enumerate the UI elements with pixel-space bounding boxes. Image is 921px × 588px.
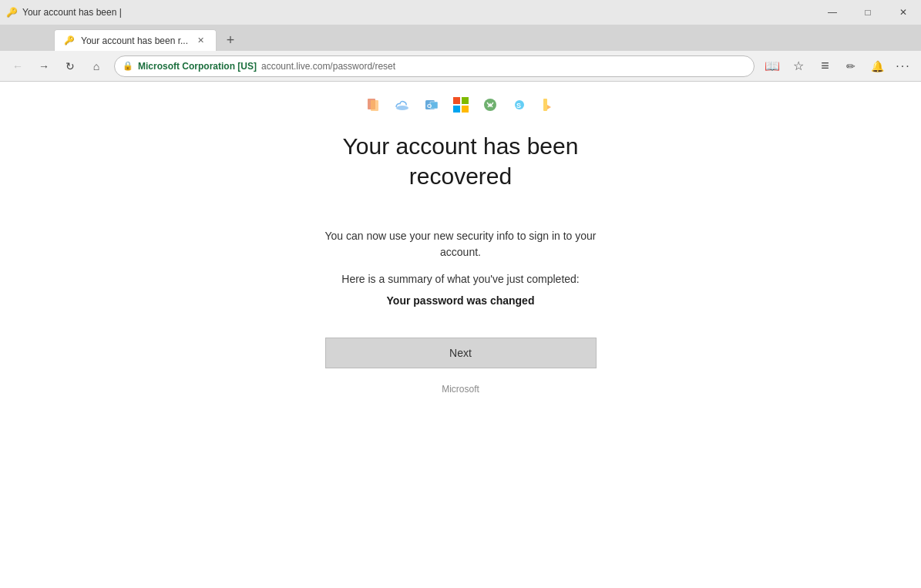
reading-view-button[interactable]: 📖 xyxy=(761,55,784,78)
maximize-button[interactable]: □ xyxy=(850,0,886,25)
minimize-button[interactable]: — xyxy=(815,0,850,25)
active-tab[interactable]: 🔑 Your account has been r... ✕ xyxy=(54,29,217,51)
lock-icon: 🔒 xyxy=(123,61,133,71)
new-tab-button[interactable]: + xyxy=(220,29,241,51)
url-text: account.live.com/password/reset xyxy=(261,61,395,72)
next-button[interactable]: Next xyxy=(325,338,597,368)
title-bar: 🔑 Your account has been | — □ ✕ xyxy=(0,0,921,25)
subtitle-text: You can now use your new security info t… xyxy=(322,228,600,260)
more-button[interactable]: ··· xyxy=(892,55,915,78)
summary-item-text: Your password was changed xyxy=(387,294,535,307)
skype-icon[interactable]: S xyxy=(509,94,530,116)
tab-close-button[interactable]: ✕ xyxy=(194,35,207,47)
page-heading: Your account has been recovered xyxy=(343,131,579,191)
outlook-icon[interactable]: O xyxy=(421,94,442,116)
share-button[interactable]: 🔔 xyxy=(866,55,889,78)
favorites-button[interactable]: ☆ xyxy=(787,55,810,78)
svg-rect-8 xyxy=(543,99,547,111)
hub-button[interactable]: ≡ xyxy=(813,55,836,78)
ms-nav-bar: O S xyxy=(362,82,560,131)
xbox-icon[interactable] xyxy=(479,94,501,116)
svg-text:O: O xyxy=(427,102,432,109)
footer-text: Microsoft xyxy=(442,384,479,395)
svg-rect-1 xyxy=(371,100,378,111)
office-icon[interactable] xyxy=(362,94,384,116)
bing-icon[interactable] xyxy=(538,94,560,116)
window-favicon: 🔑 xyxy=(6,7,18,18)
address-bar[interactable]: 🔒 Microsoft Corporation [US] account.liv… xyxy=(114,55,755,77)
back-button[interactable]: ← xyxy=(6,55,29,78)
tab-bar: 🔑 Your account has been r... ✕ + xyxy=(0,25,921,51)
close-button[interactable]: ✕ xyxy=(886,0,921,25)
onedrive-icon[interactable] xyxy=(392,94,413,116)
window-title: Your account has been | xyxy=(22,7,122,18)
org-name: Microsoft Corporation [US] xyxy=(138,61,257,72)
refresh-button[interactable]: ↻ xyxy=(59,55,82,78)
home-button[interactable]: ⌂ xyxy=(85,55,108,78)
svg-point-6 xyxy=(484,99,496,111)
tab-favicon: 🔑 xyxy=(64,35,75,45)
forward-button[interactable]: → xyxy=(32,55,55,78)
page-content: O S xyxy=(0,82,921,588)
toolbar: ← → ↻ ⌂ 🔒 Microsoft Corporation [US] acc… xyxy=(0,51,921,82)
tab-label: Your account has been r... xyxy=(81,35,188,46)
make-note-button[interactable]: ✏ xyxy=(839,55,862,78)
svg-text:S: S xyxy=(516,102,521,109)
summary-intro-text: Here is a summary of what you've just co… xyxy=(341,273,579,285)
svg-point-2 xyxy=(396,106,408,110)
microsoft-logo-icon[interactable] xyxy=(450,94,472,116)
